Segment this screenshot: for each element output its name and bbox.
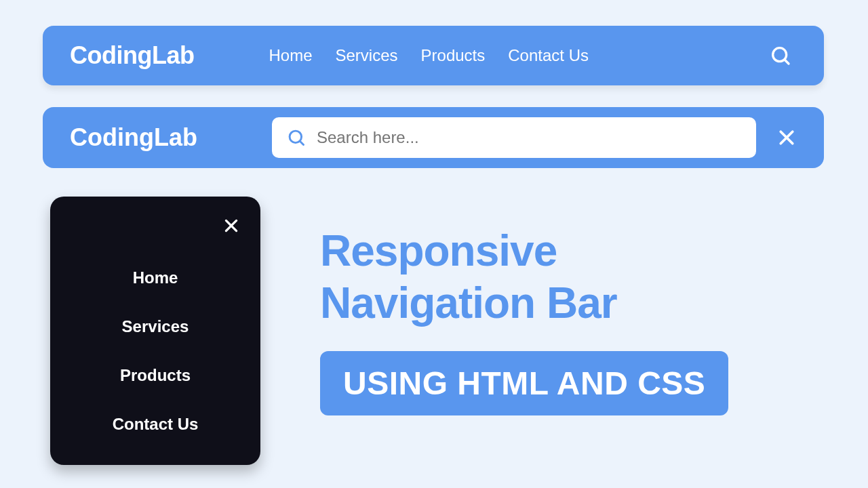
mobile-link-contact[interactable]: Contact Us [71, 400, 240, 449]
svg-line-1 [785, 60, 789, 64]
brand-logo[interactable]: CodingLab [70, 123, 197, 152]
brand-logo[interactable]: CodingLab [70, 41, 194, 70]
mobile-link-products[interactable]: Products [71, 351, 240, 400]
nav-link-contact[interactable]: Contact Us [508, 46, 589, 65]
mobile-link-home[interactable]: Home [71, 253, 240, 302]
close-icon [222, 217, 240, 235]
mobile-link-services[interactable]: Services [71, 302, 240, 351]
search-button[interactable] [770, 45, 791, 66]
headline-badge: USING HTML AND CSS [320, 351, 728, 415]
search-icon [287, 128, 306, 147]
navbar-search-state: CodingLab [43, 107, 824, 168]
close-search-button[interactable] [776, 127, 797, 148]
search-icon [770, 45, 791, 66]
nav-link-home[interactable]: Home [269, 46, 312, 65]
navbar: CodingLab Home Services Products Contact… [43, 26, 824, 85]
mobile-menu: Home Services Products Contact Us [50, 197, 260, 465]
search-field [272, 117, 756, 158]
headline: Responsive Navigation Bar USING HTML AND… [320, 225, 728, 415]
search-input[interactable] [317, 128, 741, 147]
close-menu-button[interactable] [222, 217, 240, 237]
headline-line-2: Navigation Bar [320, 277, 728, 329]
nav-link-products[interactable]: Products [421, 46, 486, 65]
svg-line-3 [300, 141, 303, 144]
close-icon [776, 127, 797, 148]
nav-link-services[interactable]: Services [336, 46, 398, 65]
headline-line-1: Responsive [320, 225, 728, 277]
